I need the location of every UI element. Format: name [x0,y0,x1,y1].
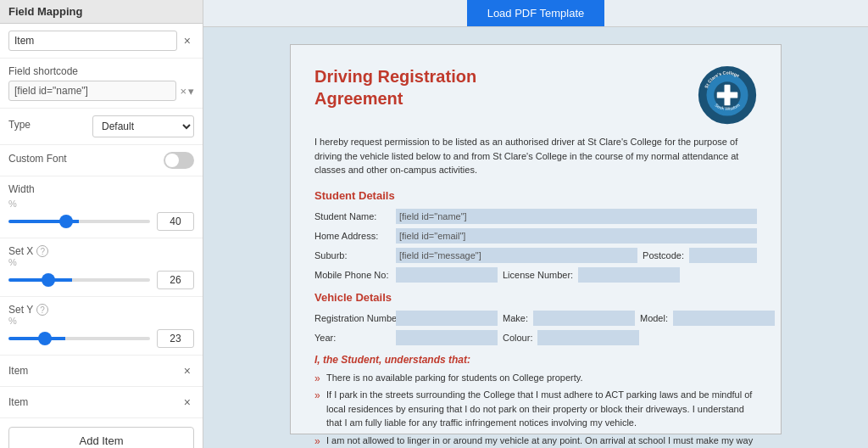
custom-font-label: Custom Font [8,153,67,165]
panel-header: Field Mapping [0,0,203,24]
mobile-label: Mobile Phone No: [314,270,391,280]
item1-close-button[interactable]: × [181,32,194,49]
load-pdf-button[interactable]: Load PDF Template [467,0,605,26]
pdf-page: Driving Registration Agreement [290,44,782,434]
student-name-label: Student Name: [314,211,391,221]
make-field[interactable] [533,311,635,326]
custom-font-toggle[interactable] [164,152,194,169]
year-field[interactable] [396,330,498,345]
width-label: Width [8,183,194,195]
item3-label: Item [8,396,175,408]
registration-field[interactable] [396,311,498,326]
sety-help-icon[interactable]: ? [36,304,48,316]
item2-close-button[interactable]: × [181,362,194,379]
mobile-field[interactable] [396,267,498,283]
vehicle-details-title: Vehicle Details [314,291,757,304]
suburb-label: Suburb: [314,250,391,260]
college-logo: St Clare's College Seek Wisdom [698,65,757,125]
item2-row: Item × [0,356,203,387]
setx-slider[interactable] [8,278,150,282]
add-item-button[interactable]: Add Item [8,427,194,448]
license-label: License Number: [503,270,573,280]
item1-name-input[interactable] [8,31,177,51]
shortcode-clear-icon[interactable]: × [180,85,186,98]
shortcode-section: Field shortcode × ▾ [0,59,203,109]
home-address-row: Home Address: [field id="email"] [314,228,757,244]
pdf-title: Driving Registration Agreement [314,65,476,109]
postcode-label: Postcode: [643,250,684,260]
type-section: Type Default [0,109,203,145]
shortcode-input[interactable] [8,81,176,101]
setx-percent-label: % [8,257,194,267]
custom-font-row: Custom Font [0,145,203,176]
bullet-1: There is no available parking for studen… [314,371,757,385]
home-address-label: Home Address: [314,231,391,241]
pdf-content: Driving Registration Agreement [203,27,868,448]
item1-section: × [0,24,203,59]
student-details-title: Student Details [314,189,757,202]
understands-list: There is no available parking for studen… [314,371,757,449]
bullet-3: I am not allowed to linger in or around … [314,434,757,449]
width-section: Width % [0,176,203,238]
mobile-row: Mobile Phone No: License Number: [314,267,757,283]
item3-close-button[interactable]: × [181,394,194,411]
student-name-row: Student Name: [field id="name"] [314,209,757,224]
understands-title: I, the Student, understands that: [314,354,757,366]
sety-value-input[interactable] [157,329,194,348]
home-address-field[interactable]: [field id="email"] [396,228,757,244]
registration-label: Registration Number: [314,313,391,323]
svg-rect-4 [717,92,738,98]
license-field[interactable] [578,267,680,283]
pdf-header: Driving Registration Agreement [314,65,757,125]
model-label: Model: [640,313,668,323]
pdf-intro: I hereby request permission to be listed… [314,135,757,177]
bullet-2: If I park in the streets surrounding the… [314,388,757,430]
setx-value-input[interactable] [157,271,194,289]
suburb-row: Suburb: [field id="message"] Postcode: [314,248,757,263]
setx-help-icon[interactable]: ? [36,245,48,257]
make-label: Make: [503,313,528,323]
item3-row: Item × [0,387,203,418]
colour-field[interactable] [537,330,639,345]
student-details-form: Student Name: [field id="name"] Home Add… [314,209,757,283]
sety-label: Set Y ? [8,304,194,316]
shortcode-dropdown-icon[interactable]: ▾ [188,85,194,98]
left-panel: Field Mapping × Field shortcode × ▾ Type… [0,0,203,448]
width-percent-label: % [8,199,194,209]
setx-section: Set X ? % [0,238,203,297]
registration-row: Registration Number: Make: Model: [314,311,757,326]
vehicle-details-form: Registration Number: Make: Model: Year: … [314,311,757,345]
shortcode-label: Field shortcode [8,65,194,77]
year-row: Year: Colour: [314,330,757,345]
setx-label: Set X ? [8,245,194,257]
type-select[interactable]: Default [92,115,194,137]
postcode-field[interactable] [689,248,757,263]
colour-label: Colour: [503,333,532,343]
item2-label: Item [8,365,175,377]
width-value-input[interactable] [157,212,194,231]
type-label: Type [8,119,31,131]
year-label: Year: [314,333,391,343]
sety-section: Set Y ? % [0,297,203,356]
sety-percent-label: % [8,316,194,326]
top-toolbar: Load PDF Template [203,0,868,27]
right-panel: Load PDF Template Driving Registration A… [203,0,868,448]
student-name-field[interactable]: [field id="name"] [396,209,757,224]
width-slider[interactable] [8,220,150,223]
sety-slider[interactable] [8,337,150,340]
model-field[interactable] [673,311,775,326]
suburb-field[interactable]: [field id="message"] [396,248,637,263]
